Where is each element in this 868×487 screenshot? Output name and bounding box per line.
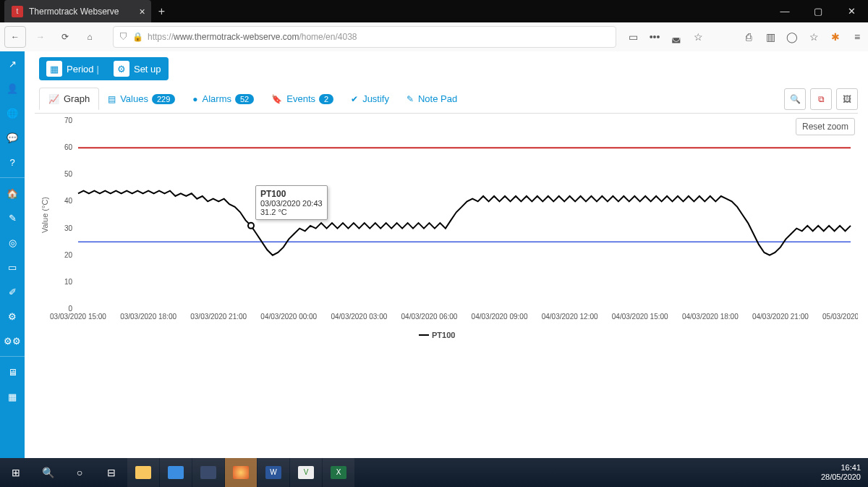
start-button[interactable]: ⊞ [0,458,32,487]
left-rail: ↗ 👤 🌐 💬 ? 🏠 ✎ ◎ ▭ ✐ ⚙ ⚙⚙ 🖥 ▦ [0,51,25,458]
user-icon[interactable]: 👤 [0,76,25,101]
browser-tab[interactable]: t Thermotrack Webserve × [4,0,151,22]
reset-zoom-button[interactable]: Reset zoom [796,118,855,135]
extension-icon[interactable]: ✱ [825,27,846,47]
period-button[interactable]: ▦ Period | [39,57,106,80]
tab-alarms[interactable]: ● Alarms 52 [184,88,263,109]
new-tab-button[interactable]: + [158,5,165,18]
edit-icon[interactable]: ✎ [0,206,25,230]
star-icon[interactable]: ☆ [687,27,709,47]
book-icon[interactable]: ▭ [0,255,25,279]
tab-row: 📈 Graph ▤ Values 229 ● Alarms 52 🔖 Event… [25,80,868,110]
svg-text:04/03/2020 00:00: 04/03/2020 00:00 [260,313,317,321]
svg-text:60: 60 [64,143,73,151]
taskview-icon[interactable]: ⊟ [95,458,127,487]
minimize-icon[interactable]: — [768,0,801,22]
alarms-badge: 52 [235,94,254,104]
svg-text:03/03/2020 15:00: 03/03/2020 15:00 [50,313,106,321]
setup-label: Set up [134,64,161,75]
target-icon[interactable]: ◎ [0,230,25,255]
more-icon[interactable]: ••• [644,27,665,47]
explorer-icon[interactable] [127,458,159,487]
chart-icon: 📈 [48,94,59,104]
grid-icon[interactable]: ▦ [0,384,25,409]
svg-text:PT100: PT100 [432,331,455,339]
chat-icon[interactable]: 💬 [0,125,25,150]
mail-icon[interactable] [160,458,192,487]
forward-button[interactable]: → [30,27,51,47]
hamburger-icon[interactable]: ≡ [846,27,868,47]
tab-notepad[interactable]: ✎ Note Pad [398,88,466,109]
tag-icon: 🔖 [271,94,282,104]
tooltip-value: 31.2 °C [260,208,287,216]
svg-text:04/03/2020 06:00: 04/03/2020 06:00 [401,313,458,321]
library-icon[interactable]: ⎙ [738,27,760,47]
pdf-icon: ⧉ [818,94,825,104]
svg-text:05/03/2020 00:00: 05/03/2020 00:00 [822,313,858,321]
svg-text:30: 30 [64,224,73,232]
url-bar[interactable]: ⛉ 🔒 https://www.thermotrack-webserve.com… [113,26,616,48]
tab-justify[interactable]: ✔ Justify [342,88,398,109]
favicon-icon: t [12,6,23,17]
chart-tooltip: PT100 03/03/2020 20:43 31.2 °C [255,185,328,220]
globe-icon[interactable]: 🌐 [0,101,25,125]
svg-text:50: 50 [64,170,73,178]
svg-text:70: 70 [64,117,73,124]
maximize-icon[interactable]: ▢ [801,0,835,22]
note-icon: ✎ [407,94,414,104]
svg-text:20: 20 [64,251,73,259]
monitor-icon[interactable]: 🖥 [0,360,25,384]
browser-titlebar: t Thermotrack Webserve × + — ▢ ✕ [0,0,868,22]
close-window-icon[interactable]: ✕ [835,0,868,22]
svg-text:04/03/2020 18:00: 04/03/2020 18:00 [682,313,739,321]
taskbar: ⊞ 🔍 ○ ⊟ W V X 16:41 28/05/2020 [0,458,868,487]
gears-icon[interactable]: ⚙⚙ [0,329,25,353]
calendar-icon: ▦ [46,61,62,77]
tab-values[interactable]: ▤ Values 229 [99,88,184,109]
export-pdf-button[interactable]: ⧉ [810,88,832,110]
sidebar-icon[interactable]: ▥ [760,27,781,47]
line-chart[interactable]: 010203040506070Value (°C)03/03/2020 15:0… [35,114,858,345]
reload-button[interactable]: ⟳ [55,27,75,47]
tab-alarms-label: Alarms [203,93,231,104]
system-clock[interactable]: 16:41 28/05/2020 [821,463,868,482]
bookmark-star-icon[interactable]: ☆ [803,27,825,47]
svg-text:03/03/2020 21:00: 03/03/2020 21:00 [190,313,247,321]
setup-button[interactable]: ⚙ Set up [106,57,169,80]
firefox-icon[interactable] [225,458,257,487]
svg-text:04/03/2020 03:00: 04/03/2020 03:00 [331,313,387,321]
export-image-button[interactable]: 🖼 [836,88,858,110]
url-host: www.thermotrack-webserve.com [174,32,299,42]
list-icon: ▤ [108,94,116,104]
tab-justify-label: Justify [362,93,389,104]
home-icon[interactable]: 🏠 [0,181,25,206]
back-button[interactable]: ← [4,26,26,48]
tab-graph[interactable]: 📈 Graph [39,88,99,110]
tab-events[interactable]: 🔖 Events 2 [263,88,342,109]
compose-icon[interactable]: ✐ [0,279,25,304]
search-task-button[interactable]: 🔍 [32,458,64,487]
word-icon[interactable]: W [258,458,289,487]
account-icon[interactable]: ◯ [781,27,803,47]
excel-icon[interactable]: X [323,458,354,487]
check-icon: ✔ [351,94,358,104]
protection-icon[interactable]: ◛ [665,27,687,47]
app-icon-2[interactable]: V [290,458,322,487]
chart-area[interactable]: Reset zoom 010203040506070Value (°C)03/0… [35,113,858,458]
browser-toolbar: ← → ⟳ ⌂ ⛉ 🔒 https://www.thermotrack-webs… [0,22,868,52]
help-icon[interactable]: ? [0,150,25,174]
tooltip-timestamp: 03/03/2020 20:43 [260,199,323,208]
tab-title: Thermotrack Webserve [29,7,119,17]
reader-icon[interactable]: ▭ [622,27,644,47]
gear-icon: ⚙ [114,61,129,77]
svg-text:04/03/2020 15:00: 04/03/2020 15:00 [612,313,668,321]
search-button[interactable]: 🔍 [784,88,806,110]
cortana-icon[interactable]: ○ [64,458,95,487]
home-button[interactable]: ⌂ [80,27,100,47]
palette-icon[interactable]: ⚙ [0,304,25,329]
app-icon-1[interactable] [192,458,224,487]
period-label: Period [67,64,94,75]
share-icon[interactable]: ↗ [0,51,25,76]
svg-point-23 [248,223,254,229]
close-icon[interactable]: × [139,6,145,17]
